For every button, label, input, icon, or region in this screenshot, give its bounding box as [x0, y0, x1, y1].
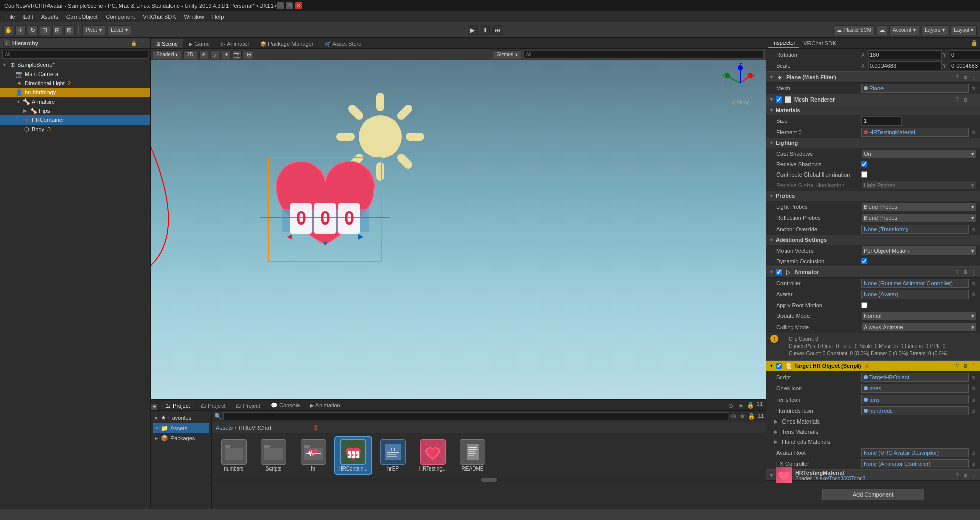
mesh-renderer-enabled[interactable] [776, 96, 782, 103]
ones-icon-field[interactable]: ones [861, 384, 969, 393]
tree-item-directional-light[interactable]: · ☀ Directional Light 2 [0, 79, 150, 88]
ones-materials-row[interactable]: ▶ Ones Materials [766, 416, 980, 427]
audio-btn[interactable]: ♪ [210, 50, 219, 59]
local-dropdown[interactable]: Local▾ [107, 25, 131, 35]
tab-inspector[interactable]: Inspector [768, 39, 799, 48]
tab-animator[interactable]: ▷Animator [215, 39, 255, 48]
elem0-circle[interactable]: ⊙ [970, 129, 977, 136]
menu-edit[interactable]: Edit [19, 13, 37, 21]
scene-search[interactable] [523, 51, 764, 59]
element0-field[interactable]: HRTestingMaterial [861, 128, 969, 137]
proj-favorites[interactable]: ▶ ★ Favorites [153, 413, 209, 423]
motion-vectors-dropdown[interactable]: Per Object Motion▾ [861, 246, 977, 255]
mesh-filter-more[interactable]: ⋮ [970, 73, 977, 81]
light-probes-dropdown[interactable]: Blend Probes▾ [861, 202, 977, 211]
rotate-tool[interactable]: ↻ [28, 25, 38, 35]
insp-lock[interactable]: 🔒 [971, 40, 978, 46]
hand-tool[interactable]: ✋ [3, 25, 13, 35]
step-button[interactable]: ⏭ [492, 25, 502, 35]
mr-more[interactable]: ⋮ [970, 96, 977, 103]
scale-x[interactable] [868, 61, 942, 70]
scene-view[interactable]: 0 0 0 ◀ ▼ ▶ [151, 60, 766, 399]
avatar-root-field[interactable]: None (VRC Avatar Descriptor) [861, 448, 969, 457]
probes-section[interactable]: ▼ Probes [766, 191, 980, 201]
tree-item-samplescene[interactable]: ▼ ⊞ SampleScene* [0, 60, 150, 69]
plastic-scm-btn[interactable]: ☁ Plastic SCM [833, 25, 875, 35]
menu-file[interactable]: File [2, 13, 19, 21]
menu-help[interactable]: Help [208, 13, 228, 21]
tens-circle[interactable]: ⊙ [970, 396, 977, 403]
tens-materials-row[interactable]: ▶ Tens Materials [766, 427, 980, 437]
asset-hrcontainer[interactable]: 0 0 0 HRContain... [335, 437, 371, 474]
cloud-icon[interactable]: ☁ [877, 25, 887, 35]
menu-assets[interactable]: Assets [37, 13, 62, 21]
mesh-filter-settings[interactable]: ⚙ [962, 73, 969, 81]
asset-hr[interactable]: hr [296, 437, 331, 474]
2d-toggle[interactable]: 2D [183, 50, 197, 59]
mesh-obj-field[interactable]: Plane [861, 84, 969, 93]
thr-more[interactable]: ⋮ [970, 362, 977, 369]
culling-mode-dropdown[interactable]: Always Animate▾ [861, 323, 977, 332]
account-dropdown[interactable]: Account ▾ [889, 25, 919, 35]
scene-cam-btn[interactable]: 📷 [233, 50, 242, 59]
update-mode-dropdown[interactable]: Normal▾ [861, 311, 977, 320]
grid-btn[interactable]: ⊞ [244, 50, 253, 59]
tree-item-body[interactable]: · ⬡ Body 3 [0, 125, 150, 134]
pause-button[interactable]: ⏸ [480, 25, 490, 35]
gizmos-dropdown[interactable]: Gizmos ▾ [493, 50, 521, 59]
mesh-filter-header[interactable]: ▼ ⊞ Plane (Mesh Filter) ? ⚙ ⋮ [766, 71, 980, 83]
cast-shadows-dropdown[interactable]: On▾ [861, 149, 977, 158]
asset-hrtesting[interactable]: HRTesting... [415, 437, 451, 474]
materials-section[interactable]: ▼ Materials [766, 105, 980, 115]
rect-tool[interactable]: ⊞ [52, 25, 62, 35]
transform-tool[interactable]: ⊠ [64, 25, 75, 35]
mat-more[interactable]: ⋮ [970, 472, 977, 479]
fx-btn[interactable]: ✦ [222, 50, 231, 59]
hierarchy-lock-btn[interactable]: 🔒 [130, 39, 138, 47]
mesh-circle-btn[interactable]: ⊙ [970, 85, 977, 92]
proj-search-lock[interactable]: 🔒 [748, 412, 756, 420]
hierarchy-search[interactable] [2, 51, 148, 59]
tab-game[interactable]: ▶Game [183, 39, 215, 48]
close-button[interactable]: ✕ [295, 2, 302, 9]
proj-lock[interactable]: 🔒 [747, 401, 755, 409]
proj-icon-2[interactable]: ★ [737, 401, 746, 410]
mat-settings[interactable]: ⚙ [962, 472, 969, 479]
bottom-scrollbar[interactable] [212, 478, 766, 482]
asset-numbers[interactable]: numbers [216, 437, 252, 474]
avatar-circle[interactable]: ⊙ [970, 291, 977, 298]
lighting-btn[interactable]: ☀ [199, 50, 208, 59]
hr-material-header[interactable]: ▼ HRTestingMaterial Shader Xiexe/Toon3/X… [766, 469, 980, 481]
mesh-renderer-header[interactable]: ▼ ⬜ Mesh Renderer ? ⚙ ⋮ [766, 94, 980, 105]
proj-assets[interactable]: ▼ 📁 Assets [153, 423, 209, 433]
asset-hrep[interactable]: { } hrEP [375, 437, 411, 474]
star-filter-icon[interactable]: ★ [739, 412, 747, 420]
tree-item-main-camera[interactable]: · 📷 Main Camera [0, 69, 150, 79]
rotation-y[interactable] [950, 50, 980, 59]
animator-enabled[interactable] [776, 269, 782, 275]
receive-shadows-checkbox[interactable] [861, 161, 867, 167]
anim-more[interactable]: ⋮ [970, 268, 977, 276]
fx-controller-field[interactable]: None (Animator Controller) [861, 459, 969, 468]
hundreds-icon-field[interactable]: hundreds [861, 406, 969, 415]
size-field[interactable] [861, 116, 902, 126]
tab-scene[interactable]: ⊞Scene [151, 39, 183, 48]
reflection-probes-dropdown[interactable]: Blend Probes▾ [861, 213, 977, 222]
dynamic-occlusion-checkbox[interactable] [861, 258, 867, 264]
thr-help[interactable]: ? [953, 362, 961, 369]
move-tool[interactable]: ✛ [15, 25, 26, 35]
script-circle[interactable]: ⊙ [970, 374, 977, 381]
additional-settings-section[interactable]: ▼ Additional Settings [766, 235, 980, 245]
ones-circle[interactable]: ⊙ [970, 385, 977, 392]
scale-y[interactable] [950, 61, 980, 70]
script-field[interactable]: TargetHRObject [861, 373, 969, 382]
tab-asset-store[interactable]: 🛒Asset Store [319, 39, 367, 48]
tab-package-manager[interactable]: 📦Package Manager [255, 39, 319, 48]
contribute-gi-checkbox[interactable] [861, 171, 867, 178]
hierarchy-more-btn[interactable]: ⋮ [139, 39, 147, 47]
inspector-scroll[interactable]: Rotation X Y Z Scale X Y Z [766, 49, 980, 509]
tab-vrchat-sdk[interactable]: VRChat SDK [799, 39, 840, 47]
hundreds-materials-row[interactable]: ▶ Hundreds Materials [766, 437, 980, 447]
maximize-button[interactable]: □ [286, 2, 293, 9]
avatar-root-circle[interactable]: ⊙ [970, 449, 977, 456]
